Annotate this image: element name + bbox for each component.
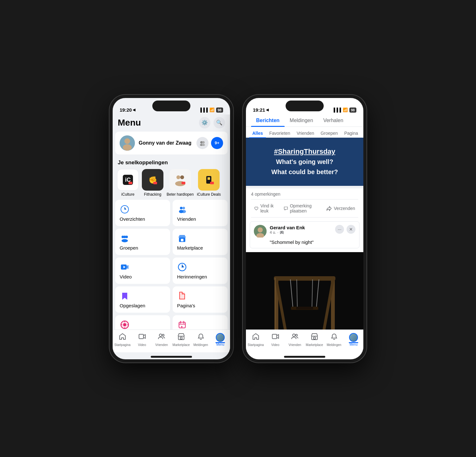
svg-rect-22 [208, 177, 210, 180]
bottom-nav-right: Startpagina Video Vrienden Marketplace [246, 330, 363, 352]
nav-startpagina-left[interactable]: Startpagina [113, 333, 132, 347]
subtab-pagina[interactable]: Pagina [341, 129, 361, 138]
menu-item-label-herinneringen: Herinneringen [177, 274, 223, 279]
comment-action-buttons: ··· ✕ [335, 225, 355, 234]
menu-nav-icon-right [349, 333, 358, 342]
subtab-favorieten[interactable]: Favorieten [266, 129, 293, 138]
close-comment-button[interactable]: ✕ [347, 225, 355, 234]
menu-row-2: Groepen Marketplace [115, 229, 228, 255]
notification-badge[interactable]: 9+ [211, 137, 223, 149]
svg-rect-34 [181, 239, 183, 241]
svg-point-5 [202, 141, 205, 144]
svg-rect-14 [153, 182, 157, 184]
svg-marker-86 [277, 335, 279, 338]
nav-label-marketplace-left: Marketplace [173, 343, 190, 347]
home-indicator-right [246, 352, 363, 359]
opgeslagen-icon [120, 291, 130, 301]
search-icon[interactable]: 🔍 [214, 117, 225, 128]
nav-label-menu-right: Menu [350, 343, 358, 346]
nav-label-meldingen-right: Meldingen [327, 343, 341, 347]
nav-vrienden-left[interactable]: Vrienden [152, 333, 171, 347]
menu-item-label-opgeslagen: Opgeslagen [120, 303, 166, 308]
svg-rect-23 [210, 182, 214, 184]
sharing-title: #SharingThursday [252, 147, 357, 156]
more-options-button[interactable]: ··· [335, 225, 344, 234]
shortcut-deals[interactable]: iCulture Deals [197, 169, 221, 197]
paginas-icon [177, 291, 187, 301]
nav-meldingen-right[interactable]: Meldingen [324, 333, 344, 347]
menu-item-groepen[interactable]: Groepen [115, 229, 170, 255]
profile-card[interactable]: Gonny van der Zwaag 9+ [115, 132, 228, 154]
menu-item-vrienden[interactable]: Vrienden [173, 200, 228, 226]
menu-row-1: Overzichten Vrienden [115, 200, 228, 226]
shortcut-iculture[interactable]: iC iCulture [117, 169, 139, 197]
comment-author: Gerard van Enk [270, 225, 332, 230]
share-button[interactable]: Verzenden [323, 201, 358, 216]
swing-photo [246, 252, 363, 329]
svg-point-17 [180, 175, 184, 179]
like-button[interactable]: Vind ik leuk [251, 201, 281, 216]
comment-button[interactable]: Opmerking plaatsen [281, 201, 323, 216]
friends-nav-icon-right [291, 333, 299, 342]
menu-item-overzichten[interactable]: Overzichten [115, 200, 170, 226]
nav-marketplace-right[interactable]: Marketplace [305, 333, 324, 347]
menu-item-marketplace[interactable]: Marketplace [173, 229, 228, 255]
menu-item-reels[interactable]: Reels [115, 315, 170, 330]
tab-berichten[interactable]: Berichten [251, 114, 285, 127]
svg-point-43 [123, 323, 126, 326]
action-row: Vind ik leuk Opmerking plaatsen Verzende… [251, 199, 358, 218]
svg-rect-11 [129, 182, 132, 184]
nav-label-marketplace-right: Marketplace [306, 343, 323, 347]
nav-meldingen-left[interactable]: Meldingen [191, 333, 211, 347]
comment-meta: 4 u. · [270, 230, 332, 235]
nav-menu-left[interactable]: Menu [210, 333, 230, 346]
comment-header: Gerard van Enk 4 u. · ··· ✕ [254, 225, 355, 238]
shortcuts-label: Je snelkoppelingen [113, 157, 230, 168]
nav-startpagina-right[interactable]: Startpagina [246, 333, 266, 347]
svg-point-61 [162, 334, 164, 336]
nav-video-left[interactable]: Video [132, 333, 152, 347]
svg-rect-85 [272, 334, 277, 339]
switch-account-icon[interactable] [196, 137, 208, 149]
svg-point-16 [176, 175, 180, 179]
tab-meldingen[interactable]: Meldingen [285, 114, 318, 127]
status-icons-right: ▐▐▐ 📶 98 [332, 108, 356, 113]
svg-rect-84 [274, 277, 276, 329]
menu-item-label-overzichten: Overzichten [120, 216, 166, 222]
nav-marketplace-left[interactable]: Marketplace [171, 333, 191, 347]
menu-item-opgeslagen[interactable]: Opgeslagen [115, 286, 170, 313]
menu-nav-icon-left [216, 333, 225, 342]
svg-rect-90 [314, 337, 315, 339]
sub-tabs: Alles Favorieten Vrienden Groepen Pagina [246, 127, 363, 138]
settings-icon[interactable]: ⚙️ [199, 117, 210, 128]
svg-marker-36 [127, 265, 129, 269]
menu-item-video[interactable]: Video [115, 258, 170, 284]
subtab-vrienden[interactable]: Vrienden [294, 129, 318, 138]
menu-item-label-marketplace: Marketplace [177, 245, 223, 251]
nav-vrienden-right[interactable]: Vrienden [285, 333, 305, 347]
menu-item-evenementen[interactable]: ★ Evenementen [173, 315, 228, 330]
subtab-alles[interactable]: Alles [249, 129, 266, 138]
nav-menu-right[interactable]: Menu [344, 333, 363, 346]
evenementen-icon: ★ [177, 320, 187, 330]
bell-nav-icon-left [197, 333, 205, 342]
svg-point-7 [202, 144, 205, 146]
top-tabs: Berichten Meldingen Verhalen [246, 114, 363, 127]
shortcut-beter[interactable]: Beter hardlopen [167, 169, 194, 197]
marketplace-nav-icon-right [311, 333, 318, 342]
shortcut-fithacking[interactable]: ✊ Fithacking [142, 169, 163, 197]
dynamic-island-left [152, 101, 190, 111]
svg-point-25 [180, 207, 182, 209]
left-phone: 19:20 ◀ ▐▐▐ 📶 98 Menu ⚙️ 🔍 [109, 95, 233, 362]
comment-avatar [254, 225, 267, 238]
tab-verhalen[interactable]: Verhalen [318, 114, 348, 127]
menu-item-herinneringen[interactable]: Herinneringen [173, 258, 228, 284]
comment-section: Gerard van Enk 4 u. · ··· ✕ "Scho [246, 218, 363, 252]
svg-rect-69 [246, 252, 363, 329]
menu-item-paginas[interactable]: Pagina's [173, 286, 228, 313]
nav-avatar-left [216, 333, 225, 342]
nav-video-right[interactable]: Video [266, 333, 285, 347]
menu-title: Menu [118, 118, 141, 128]
shortcut-label-fithacking: Fithacking [144, 192, 162, 197]
subtab-groepen[interactable]: Groepen [317, 129, 341, 138]
